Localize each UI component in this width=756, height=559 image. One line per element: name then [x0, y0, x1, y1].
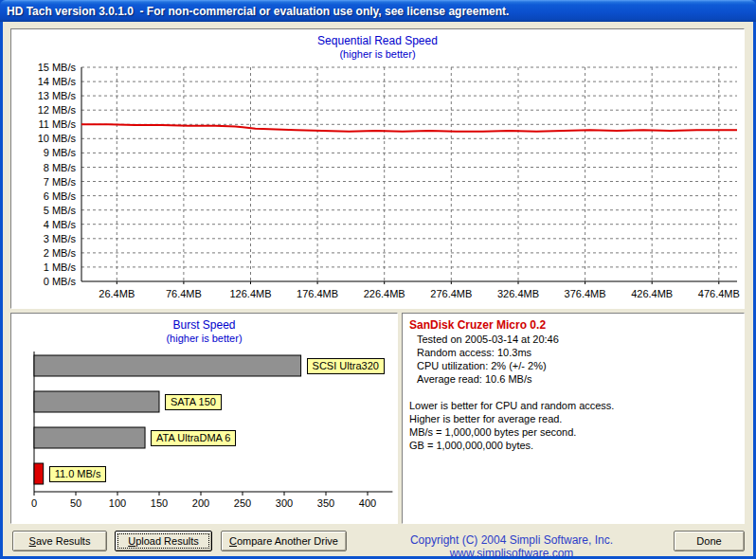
drive-detail-line: Tested on 2005-03-14 at 20:46 — [409, 333, 737, 346]
y-tick-label: 6 MB/s — [44, 190, 77, 202]
y-tick-label: 14 MB/s — [38, 76, 77, 87]
x-tick-label: 326.4MB — [497, 288, 539, 299]
x-tick-label: 176.4MB — [297, 288, 338, 299]
read-speed-line — [81, 124, 737, 132]
y-tick-label: 13 MB/s — [38, 90, 77, 101]
y-tick-label: 3 MB/s — [44, 233, 77, 244]
y-tick-label: 11 MB/s — [38, 118, 76, 130]
burst-bar-11-0-mb-s — [34, 463, 44, 484]
drive-detail-lines: Tested on 2005-03-14 at 20:46Random acce… — [409, 333, 737, 386]
y-tick-label: 15 MB/s — [38, 62, 77, 73]
burst-bar-scsi-ultra320 — [34, 355, 301, 376]
info-note-lines: Lower is better for CPU and random acces… — [409, 399, 737, 452]
sequential-read-chart-panel: Sequential Read Speed (higher is better)… — [10, 28, 745, 309]
bar-value-label: ATA UltraDMA 6 — [151, 430, 236, 446]
y-tick-label: 7 MB/s — [44, 176, 77, 188]
x-tick-label: 226.4MB — [364, 288, 405, 299]
drive-detail-line: CPU utilization: 2% (+/- 2%) — [409, 359, 737, 372]
x-tick-label: 476.4MB — [698, 288, 740, 299]
done-button[interactable]: Done — [674, 531, 745, 551]
y-tick-label: 12 MB/s — [38, 104, 77, 116]
y-tick-label: 5 MB/s — [44, 205, 77, 216]
sequential-read-plot-area: 0 MB/s1 MB/s2 MB/s3 MB/s4 MB/s5 MB/s6 MB… — [11, 29, 744, 308]
bar-value-label: 11.0 MB/s — [49, 466, 107, 482]
y-tick-label: 1 MB/s — [44, 261, 77, 273]
save-results-button[interactable]: Save Results — [12, 531, 107, 551]
x-tick-label: 376.4MB — [565, 288, 606, 299]
y-tick-label: 4 MB/s — [44, 219, 77, 230]
burst-bar-sata-150 — [34, 391, 159, 412]
window-title: HD Tach version 3.0.1.0 - For non-commer… — [7, 5, 509, 18]
x-tick-label: 350 — [317, 497, 334, 509]
copyright-text: Copyright (C) 2004 Simpli Software, Inc.… — [355, 533, 668, 559]
x-tick-label: 0 — [31, 497, 37, 509]
compare-another-drive-button[interactable]: Compare Another Drive — [221, 531, 347, 551]
bar-value-label: SCSI Ultra320 — [307, 358, 385, 374]
x-tick-label: 250 — [234, 497, 251, 509]
drive-name: SanDisk Cruzer Micro 0.2 — [409, 317, 737, 333]
x-tick-label: 150 — [151, 497, 168, 509]
x-tick-label: 426.4MB — [631, 288, 673, 299]
y-tick-label: 10 MB/s — [38, 133, 77, 144]
upload-results-button[interactable]: Upload Results — [115, 531, 212, 551]
drive-detail-line: Random access: 10.3ms — [409, 346, 737, 359]
bar-value-label: SATA 150 — [165, 394, 222, 410]
info-note-line: MB/s = 1,000,000 bytes per second. — [409, 425, 737, 439]
window-body: Sequential Read Speed (higher is better)… — [3, 22, 753, 556]
y-tick-label: 0 MB/s — [44, 276, 77, 287]
x-tick-label: 100 — [109, 497, 126, 509]
info-note-line: Higher is better for average read. — [409, 412, 737, 425]
burst-bar-ata-ultradma-6 — [34, 427, 145, 448]
info-note-line: GB = 1,000,000,000 bytes. — [409, 439, 737, 452]
x-tick-label: 50 — [70, 497, 81, 509]
hd-tach-window: HD Tach version 3.0.1.0 - For non-commer… — [0, 0, 756, 559]
y-tick-label: 2 MB/s — [44, 247, 77, 259]
x-tick-label: 76.4MB — [166, 288, 202, 299]
title-bar[interactable]: HD Tach version 3.0.1.0 - For non-commer… — [0, 0, 756, 22]
sequential-read-plot: 0 MB/s1 MB/s2 MB/s3 MB/s4 MB/s5 MB/s6 MB… — [11, 29, 744, 308]
drive-info-panel: SanDisk Cruzer Micro 0.2 Tested on 2005-… — [402, 313, 745, 524]
info-note-line: Lower is better for CPU and random acces… — [409, 399, 737, 412]
burst-speed-chart-panel: Burst Speed (higher is better) 050100150… — [10, 313, 398, 524]
x-tick-label: 200 — [192, 497, 209, 509]
y-tick-label: 8 MB/s — [44, 162, 77, 173]
burst-speed-plot: 050100150200250300350400 — [11, 314, 397, 521]
x-tick-label: 26.4MB — [99, 288, 135, 299]
drive-detail-line: Average read: 10.6 MB/s — [409, 372, 737, 386]
x-tick-label: 300 — [276, 497, 293, 509]
y-tick-label: 9 MB/s — [44, 147, 77, 158]
x-tick-label: 400 — [359, 497, 376, 509]
x-tick-label: 276.4MB — [430, 288, 472, 299]
burst-plot-area: 050100150200250300350400 — [11, 314, 397, 523]
info-spacer — [409, 386, 737, 399]
x-tick-label: 126.4MB — [229, 288, 271, 299]
